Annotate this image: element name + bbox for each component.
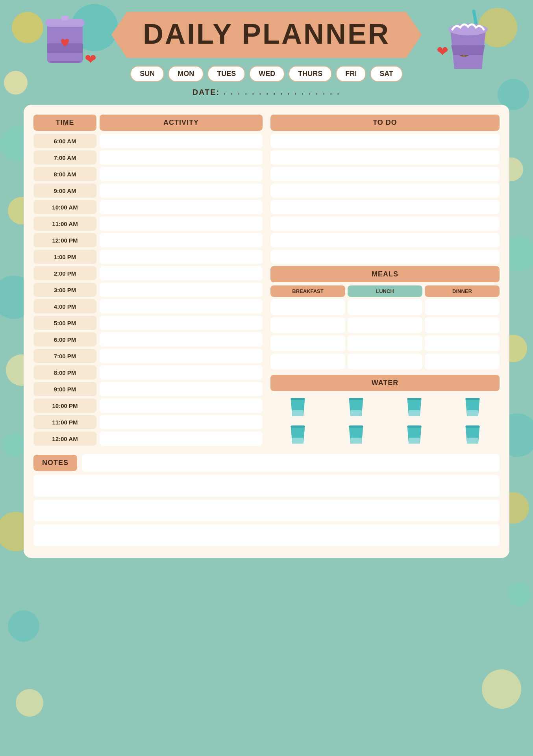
svg-rect-22 bbox=[465, 425, 479, 428]
lunch-cell-2[interactable] bbox=[348, 317, 422, 333]
smoothie-cup-right bbox=[442, 8, 494, 80]
notes-badge: NOTES bbox=[33, 455, 77, 471]
time-row-5: 11:00 AM bbox=[33, 217, 263, 231]
time-row-0: 6:00 AM bbox=[33, 134, 263, 148]
water-cup-2[interactable] bbox=[329, 395, 383, 419]
svg-rect-18 bbox=[349, 425, 363, 428]
todo-row-1[interactable] bbox=[270, 150, 500, 165]
breakfast-cell-1[interactable] bbox=[270, 299, 345, 315]
todo-row-2[interactable] bbox=[270, 167, 500, 181]
time-row-8: 2:00 PM bbox=[33, 266, 263, 280]
time-cell-4: 10:00 AM bbox=[33, 200, 96, 214]
water-cup-6[interactable] bbox=[329, 422, 383, 446]
dinner-cell-2[interactable] bbox=[425, 317, 500, 333]
todo-row-5[interactable] bbox=[270, 217, 500, 231]
water-cup-7[interactable] bbox=[387, 422, 441, 446]
time-cell-14: 8:00 PM bbox=[33, 365, 96, 380]
svg-rect-8 bbox=[291, 398, 305, 400]
activity-cell-4[interactable] bbox=[100, 200, 263, 214]
schedule-column: TIME ACTIVITY 6:00 AM 7:00 AM 8:00 AM 9:… bbox=[33, 115, 263, 448]
lunch-cell-4[interactable] bbox=[348, 354, 422, 369]
day-thursday[interactable]: THURS bbox=[289, 66, 332, 82]
activity-cell-8[interactable] bbox=[100, 266, 263, 280]
time-row-16: 10:00 PM bbox=[33, 398, 263, 413]
dinner-header: DINNER bbox=[425, 285, 500, 297]
lunch-cell-3[interactable] bbox=[348, 335, 422, 351]
time-row-11: 5:00 PM bbox=[33, 316, 263, 330]
activity-cell-10[interactable] bbox=[100, 299, 263, 313]
activity-cell-0[interactable] bbox=[100, 134, 263, 148]
time-row-3: 9:00 AM bbox=[33, 183, 263, 198]
water-cup-3[interactable] bbox=[387, 395, 441, 419]
dinner-cell-3[interactable] bbox=[425, 335, 500, 351]
title-banner: DAILY PLANNER bbox=[111, 12, 422, 58]
todo-row-4[interactable] bbox=[270, 200, 500, 214]
water-cup-8[interactable] bbox=[445, 422, 500, 446]
activity-cell-11[interactable] bbox=[100, 316, 263, 330]
notes-row-2[interactable] bbox=[33, 475, 500, 497]
time-row-18: 12:00 AM bbox=[33, 432, 263, 446]
day-tuesday[interactable]: TUES bbox=[207, 66, 245, 82]
activity-cell-15[interactable] bbox=[100, 382, 263, 396]
activity-cell-13[interactable] bbox=[100, 349, 263, 363]
activity-cell-6[interactable] bbox=[100, 233, 263, 247]
time-row-9: 3:00 PM bbox=[33, 283, 263, 297]
time-cell-16: 10:00 PM bbox=[33, 398, 96, 413]
activity-cell-1[interactable] bbox=[100, 150, 263, 165]
activity-cell-9[interactable] bbox=[100, 283, 263, 297]
notes-section: NOTES bbox=[33, 454, 500, 546]
activity-cell-14[interactable] bbox=[100, 365, 263, 380]
todo-row-6[interactable] bbox=[270, 233, 500, 247]
water-header: WATER bbox=[270, 375, 500, 391]
notes-row-4[interactable] bbox=[33, 524, 500, 546]
activity-cell-7[interactable] bbox=[100, 250, 263, 264]
svg-rect-17 bbox=[350, 438, 362, 444]
meals-subheaders: BREAKFAST LUNCH DINNER bbox=[270, 285, 500, 297]
lunch-cell-1[interactable] bbox=[348, 299, 422, 315]
dinner-cell-4[interactable] bbox=[425, 354, 500, 369]
notes-row-3[interactable] bbox=[33, 500, 500, 521]
breakfast-cell-3[interactable] bbox=[270, 335, 345, 351]
day-friday[interactable]: FRI bbox=[336, 66, 366, 82]
heart-decoration-right: ❤ bbox=[437, 43, 448, 60]
day-saturday[interactable]: SAT bbox=[370, 66, 403, 82]
day-sunday[interactable]: SUN bbox=[130, 66, 164, 82]
time-cell-3: 9:00 AM bbox=[33, 183, 96, 198]
water-cup-5[interactable] bbox=[270, 422, 325, 446]
notes-line-1[interactable] bbox=[82, 454, 500, 472]
time-row-7: 1:00 PM bbox=[33, 250, 263, 264]
page-header: DAILY PLANNER ❤ ❤ SUN MON TUES WED THURS… bbox=[24, 12, 509, 97]
time-row-4: 10:00 AM bbox=[33, 200, 263, 214]
time-row-2: 8:00 AM bbox=[33, 167, 263, 181]
activity-cell-5[interactable] bbox=[100, 217, 263, 231]
activity-cell-18[interactable] bbox=[100, 432, 263, 446]
activity-cell-17[interactable] bbox=[100, 415, 263, 429]
activity-cell-16[interactable] bbox=[100, 398, 263, 413]
day-wednesday[interactable]: WED bbox=[249, 66, 285, 82]
water-cup-4[interactable] bbox=[445, 395, 500, 419]
time-cell-0: 6:00 AM bbox=[33, 134, 96, 148]
water-cups-grid bbox=[270, 395, 500, 446]
breakfast-cell-4[interactable] bbox=[270, 354, 345, 369]
water-cup-1[interactable] bbox=[270, 395, 325, 419]
svg-rect-13 bbox=[467, 410, 478, 416]
activity-cell-3[interactable] bbox=[100, 183, 263, 198]
todo-row-3[interactable] bbox=[270, 183, 500, 198]
todo-row-0[interactable] bbox=[270, 134, 500, 148]
dinner-cell-1[interactable] bbox=[425, 299, 500, 315]
time-cell-17: 11:00 PM bbox=[33, 415, 96, 429]
activity-cell-12[interactable] bbox=[100, 332, 263, 346]
meals-grid bbox=[270, 299, 500, 369]
breakfast-cell-2[interactable] bbox=[270, 317, 345, 333]
date-dots: . . . . . . . . . . . . . . . . . bbox=[224, 88, 341, 96]
day-monday[interactable]: MON bbox=[168, 66, 204, 82]
todo-row-7[interactable] bbox=[270, 250, 500, 264]
notes-rows bbox=[33, 475, 500, 546]
time-cell-11: 5:00 PM bbox=[33, 316, 96, 330]
meals-header: MEALS bbox=[270, 266, 500, 282]
activity-header: ACTIVITY bbox=[100, 115, 263, 131]
activity-cell-2[interactable] bbox=[100, 167, 263, 181]
time-cell-10: 4:00 PM bbox=[33, 299, 96, 313]
time-row-6: 12:00 PM bbox=[33, 233, 263, 247]
todo-meals-water-column: TO DO MEALS BREAKFAST LUNCH DINNER bbox=[270, 115, 500, 448]
